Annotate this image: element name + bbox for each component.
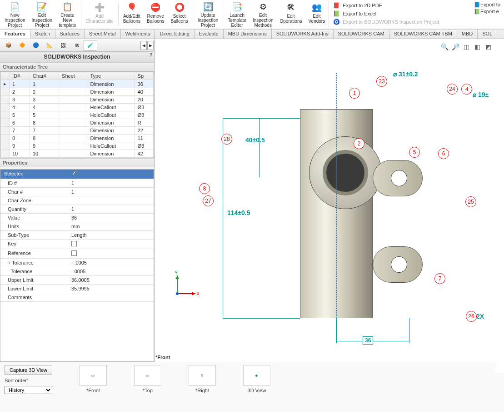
view-orientation-icon[interactable]: ◫ [462, 43, 470, 51]
tab-solidworks-add-ins[interactable]: SOLIDWORKS Add-Ins [272, 30, 334, 39]
tab-sheet-metal[interactable]: Sheet Metal [85, 30, 121, 39]
select-balloons[interactable]: ⭕SelectBalloons [168, 1, 190, 28]
col-idnum[interactable]: ID# [10, 72, 30, 80]
tab-direct-editing[interactable]: Direct Editing [155, 30, 194, 39]
prop-value[interactable]: 1 [71, 180, 74, 186]
tab-weldments[interactable]: Weldments [121, 30, 155, 39]
dim-line-40 [259, 118, 259, 177]
prop-value[interactable]: mm [71, 224, 80, 229]
export-exml-label: Export e [480, 9, 499, 14]
ribbon: 📄NewInspectionProject📝EditInspectionProj… [0, 0, 504, 29]
display-style-icon[interactable]: ◧ [473, 43, 481, 51]
fm-tab-display-icon[interactable]: 🖼 [56, 40, 70, 51]
table-row[interactable]: 99HoleCalloutØ3 [1, 142, 154, 150]
table-row[interactable]: 55HoleCalloutØ3 [1, 111, 154, 119]
prop-value[interactable]: 36.0005 [71, 277, 90, 283]
capture-3d-view-button[interactable]: Capture 3D View [5, 365, 52, 375]
prop-reference-checkbox[interactable] [71, 250, 77, 256]
export-to-3d[interactable]: 📘Export to [474, 2, 500, 8]
zoom-area-icon[interactable]: 🔎 [451, 43, 459, 51]
fm-tab-inspection-icon[interactable]: 🧪 [84, 40, 97, 51]
tab-solidworks-cam[interactable]: SOLIDWORKS CAM [334, 30, 389, 39]
panel-tabs-scroll-left-icon[interactable]: ◀ [140, 41, 147, 50]
fm-tab-property-icon[interactable]: 🔶 [15, 40, 29, 51]
fm-tab-cam-icon[interactable]: 🛠 [70, 40, 84, 51]
panel-help-icon[interactable]: ? [150, 53, 152, 58]
add-edit-balloons[interactable]: 🎈Add/EditBalloons [120, 1, 143, 28]
table-row[interactable]: 22Dimension40 [1, 88, 154, 96]
prop-name: Char Zone [0, 196, 69, 205]
prop-value[interactable]: -.0005 [71, 269, 85, 274]
edit-inspection-project-label: EditInspectionProject [32, 13, 53, 28]
prop-value[interactable]: +.0005 [71, 260, 87, 265]
sort-order-select[interactable]: History [5, 386, 52, 394]
prop-value[interactable]: 1 [71, 206, 74, 212]
tab-features[interactable]: Features [0, 30, 30, 39]
edit-operations[interactable]: 🛠EditOperations [277, 1, 305, 28]
ext-line [409, 318, 409, 343]
edit-inspection-methods[interactable]: ⚙EditInspectionMethods [250, 1, 276, 28]
export-exml[interactable]: 📗Export e [474, 9, 500, 15]
fm-tab-config-icon[interactable]: 🔵 [29, 40, 43, 51]
table-row[interactable]: 1010Dimension42 [1, 150, 154, 158]
table-row[interactable]: ▸11Dimension36 [1, 80, 154, 88]
view-thumb--front[interactable]: ▭*Front [80, 365, 107, 393]
tab-solidworks-cam-tbm[interactable]: SOLIDWORKS CAM TBM [389, 30, 457, 39]
table-row[interactable]: 33Dimension20 [1, 96, 154, 104]
prop-name: + Tolerance [0, 259, 69, 267]
properties-grid[interactable]: SelectedID #1Char #1Char ZoneQuantity1Va… [0, 169, 154, 362]
tab-mbd[interactable]: MBD [457, 30, 478, 39]
table-row[interactable]: 77Dimension22 [1, 127, 154, 135]
export-2d-pdf[interactable]: 📕Export to 2D PDF [333, 2, 467, 9]
tab-sketch[interactable]: Sketch [30, 30, 55, 39]
tab-mbd-dimensions[interactable]: MBD Dimensions [224, 30, 272, 39]
export-excel-icon: 📗 [333, 10, 340, 17]
view-thumb--top[interactable]: ▭*Top [134, 365, 161, 393]
table-row[interactable]: 88Dimension11 [1, 135, 154, 142]
prop-value[interactable]: 36 [71, 215, 77, 220]
launch-template-editor-icon: 📑 [232, 2, 243, 12]
update-inspection-project[interactable]: 🔄UpdateInspectionProject [195, 1, 221, 28]
svg-text:Y: Y [175, 271, 178, 275]
view-thumb-3d-view[interactable]: ◈3D View [243, 365, 270, 393]
new-inspection-project[interactable]: 📄NewInspectionProject [2, 1, 28, 28]
balloon-25: 25 [465, 196, 476, 207]
launch-template-editor[interactable]: 📑LaunchTemplateEditor [225, 1, 249, 28]
prop-name: - Tolerance [0, 267, 69, 275]
edit-vendors[interactable]: 👥EditVendors [305, 1, 328, 28]
tab-sol[interactable]: SOL [478, 30, 497, 39]
hide-show-icon[interactable]: ◩ [484, 43, 492, 51]
col-sheet[interactable]: Sheet [59, 72, 87, 80]
col-charnum[interactable]: Char# [30, 72, 59, 80]
dim-width-36: 36 [363, 336, 373, 345]
export-excel[interactable]: 📗Export to Excel [333, 10, 467, 17]
ext-line [223, 318, 300, 319]
tab-evaluate[interactable]: Evaluate [195, 30, 224, 39]
characteristic-table[interactable]: ID#Char#SheetTypeSp▸11Dimension3622Dimen… [0, 71, 154, 158]
fm-tab-model-icon[interactable]: 📦 [2, 40, 15, 51]
view-thumb--right[interactable]: ▯*Right [189, 365, 216, 393]
create-new-template[interactable]: 📋CreateNewtemplate [56, 1, 79, 28]
tab-surfaces[interactable]: Surfaces [55, 30, 85, 39]
task-pane: 📦 🔶 🔵 📐 🖼 🛠 🧪 ◀ ▶ SOLIDWORKS Inspection … [0, 39, 155, 362]
prop-selected-check[interactable] [69, 170, 154, 179]
table-row[interactable]: 44HoleCalloutØ3 [1, 104, 154, 111]
edit-inspection-project[interactable]: 📝EditInspectionProject [29, 1, 55, 28]
panel-tabs-scroll-right-icon[interactable]: ▶ [147, 41, 154, 50]
prop-value[interactable]: 35.9995 [71, 286, 90, 291]
zoom-fit-icon[interactable]: 🔍 [440, 43, 449, 51]
col-sp[interactable]: Sp [135, 72, 153, 80]
prop-value[interactable]: Length [71, 232, 87, 238]
balloon-27: 27 [203, 195, 214, 206]
graphics-viewport[interactable]: 🔍 🔎 ◫ ◧ ◩ 36 114±0.5 40±0.5 31±0.2 19± [155, 39, 504, 362]
ext-line [336, 318, 337, 343]
prop-name: Value [0, 214, 69, 222]
col-type[interactable]: Type [87, 72, 135, 80]
view-thumb-image: ▯ [189, 365, 216, 386]
remove-balloons[interactable]: ⛔RemoveBalloons [144, 1, 167, 28]
prop-value[interactable]: 1 [71, 189, 74, 195]
fm-tab-dimxpert-icon[interactable]: 📐 [43, 40, 56, 51]
prop-key-checkbox[interactable] [71, 241, 77, 246]
table-row[interactable]: 66DimensionR [1, 119, 154, 127]
view-thumb-image: ▭ [134, 365, 161, 386]
